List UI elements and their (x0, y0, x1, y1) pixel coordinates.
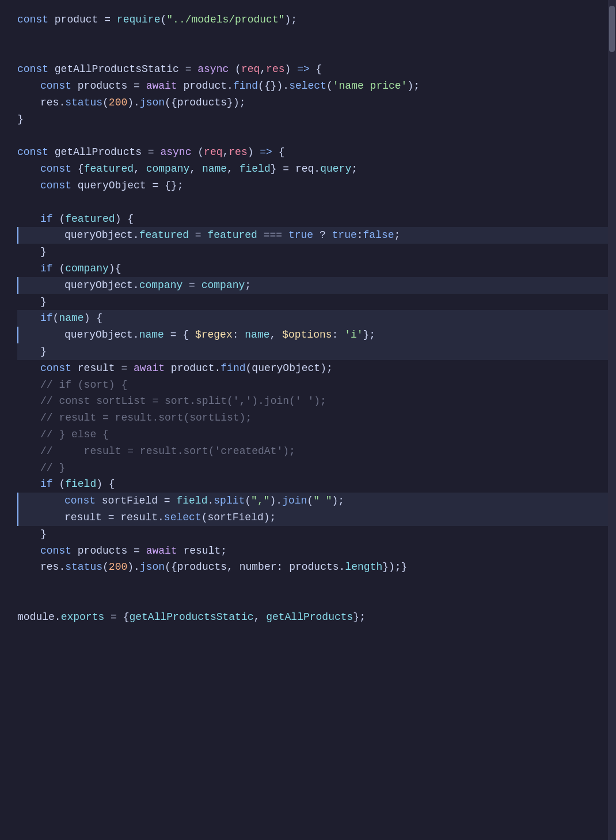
code-line-if-name: if(name) { (17, 310, 616, 327)
code-line-close-company: } (17, 294, 616, 311)
code-line-comment-1: // if (sort) { (17, 377, 616, 393)
code-line-res-status: res.status(200).json({products, number: … (17, 559, 616, 576)
code-line-featured-assign: queryObject.featured = featured === true… (17, 227, 616, 244)
code-line-if-field: if (field) { (17, 476, 616, 493)
code-line-queryobject: const queryObject = {}; (17, 177, 616, 194)
code-line-getAllProductsStatic-def: const getAllProductsStatic = async (req,… (17, 61, 616, 78)
code-line-result-select: result = result.select(sortField); (17, 509, 616, 526)
string-path: "../models/product" (166, 12, 284, 28)
empty-line-4 (17, 128, 616, 145)
code-line-close-field: } (17, 526, 616, 543)
empty-line-8 (17, 625, 616, 642)
empty-line-3 (17, 45, 616, 62)
code-line-close-featured: } (17, 244, 616, 260)
code-line-sortfield: const sortField = field.split(",").join(… (17, 493, 616, 509)
code-line-comment-5: // result = result.sort('createdAt'); (17, 443, 616, 460)
code-line-name-assign: queryObject.name = { $regex: name, $opti… (17, 327, 616, 343)
code-line-company-assign: queryObject.company = company; (17, 277, 616, 294)
code-line-close-static: } (17, 111, 616, 128)
keyword-const: const (17, 12, 55, 28)
code-line-if-company: if (company){ (17, 260, 616, 277)
empty-line-6 (17, 576, 616, 592)
code-line-products-await: const products = await result; (17, 543, 616, 559)
scrollbar[interactable] (608, 0, 616, 840)
code-line-result: const result = await product.find(queryO… (17, 360, 616, 377)
scrollbar-thumb[interactable] (609, 6, 615, 52)
empty-line-9 (17, 642, 616, 659)
empty-line-7 (17, 592, 616, 609)
code-line-module-exports: module.exports = {getAllProductsStatic, … (17, 609, 616, 626)
code-line-comment-3: // result = result.sort(sortList); (17, 410, 616, 426)
code-line-res-static: res.status(200).json({products}); (17, 94, 616, 111)
fn-require: require (117, 12, 161, 28)
code-line-if-featured: if (featured) { (17, 211, 616, 228)
var-product: product (55, 12, 104, 28)
code-line-1: const product = require("../models/produ… (17, 12, 616, 28)
code-editor: const product = require("../models/produ… (0, 0, 616, 840)
code-line-comment-4: // } else { (17, 426, 616, 443)
code-line-close-name: } (17, 343, 616, 360)
empty-line-2 (17, 28, 616, 45)
code-line-comment-2: // const sortList = sort.split(',').join… (17, 393, 616, 410)
op-equals: = (104, 12, 117, 28)
code-line-destructure: const {featured, company, name, field} =… (17, 161, 616, 177)
code-line-comment-6: // } (17, 460, 616, 476)
empty-line-5 (17, 194, 616, 211)
code-line-getAllProducts-def: const getAllProducts = async (req,res) =… (17, 144, 616, 161)
code-line-products-static: const products = await product.find({}).… (17, 78, 616, 94)
